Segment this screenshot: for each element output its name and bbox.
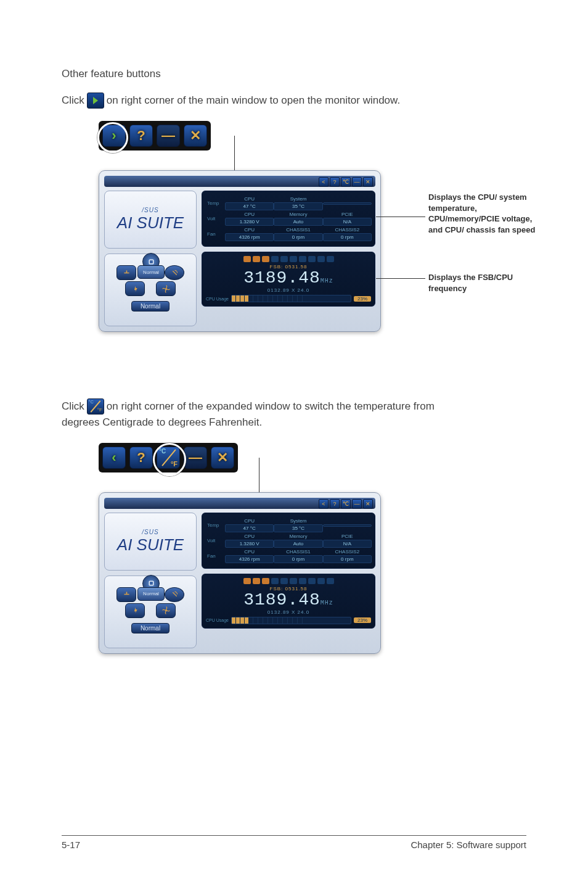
stat-head: CHASSIS2	[335, 549, 360, 555]
stat-value: 1.3280 V	[225, 218, 274, 226]
mode-center-button[interactable]: Normal	[137, 265, 165, 279]
tune-right-button[interactable]	[165, 265, 184, 280]
stat-value: N/A	[323, 218, 372, 226]
stat-head: CHASSIS2	[335, 227, 360, 233]
frequency-panel: FSB: 0531.58 3189.48MHz 0132.89 X 24.0 C…	[202, 252, 375, 307]
figure-2: ‹ ? °C°F — ✕ < ? ℃ — ✕	[99, 443, 526, 677]
cpu-frequency: 3189.48MHz	[206, 270, 371, 287]
mini-toolbar: < ? ℃ — ✕	[319, 499, 373, 509]
paragraph-2: Click °C °F on right corner of the expan…	[62, 398, 526, 415]
stat-head: PCIE	[341, 212, 353, 217]
titlebar: < ? ℃ — ✕	[104, 176, 375, 187]
stat-value: 0 rpm	[274, 233, 322, 241]
stat-head: CPU	[244, 518, 255, 524]
stat-head: CHASSIS1	[286, 549, 311, 555]
cpu-usage-percent: 23%	[354, 296, 371, 302]
callout-stats: Displays the CPU/ system temperature, CP…	[428, 192, 545, 235]
fan-button[interactable]	[156, 603, 176, 618]
stat-head: CPU	[244, 196, 255, 202]
tune-right-button[interactable]	[165, 587, 184, 602]
ai-suite-window: < ? ℃ — ✕ /SUS AI SUITE	[99, 170, 381, 332]
text: Click	[62, 398, 84, 415]
tune-left-button[interactable]	[116, 265, 136, 280]
help-button[interactable]: ?	[129, 125, 153, 147]
mode-label: Normal	[131, 623, 169, 633]
svg-rect-4	[150, 582, 153, 585]
stats-panel: Temp CPU47 °C System35 °C Volt CPU1.3280…	[202, 513, 375, 569]
mini-close-button[interactable]: ✕	[363, 177, 373, 187]
mini-help-button[interactable]: ?	[330, 499, 340, 509]
collapse-button[interactable]: ‹	[102, 447, 126, 469]
page-footer: 5-17 Chapter 5: Software support	[62, 835, 526, 850]
mini-back-button[interactable]: <	[319, 499, 329, 509]
stat-head: System	[290, 196, 307, 202]
svg-rect-1	[150, 260, 153, 263]
stat-value: 47 °C	[225, 202, 274, 210]
row-label: Volt	[207, 216, 223, 221]
stat-value: 4326 rpm	[225, 233, 274, 241]
logo-panel: /SUS AI SUITE	[104, 513, 197, 571]
mini-min-button[interactable]: —	[352, 499, 362, 509]
cpu-usage-percent: 23%	[354, 617, 371, 623]
text: Click	[62, 93, 84, 109]
minimize-button[interactable]: —	[157, 125, 180, 147]
cpu-frequency: 3189.48MHz	[206, 592, 371, 609]
stats-panel: Temp CPU47 °C System35 °C Volt CPU1.3280…	[202, 191, 375, 247]
stats-row-fan: Fan CPU4326 rpm CHASSIS10 rpm CHASSIS20 …	[207, 549, 370, 563]
control-panel: Normal Normal	[104, 254, 197, 326]
stat-head: Memory	[290, 212, 308, 217]
temperature-toggle-icon: °C °F	[87, 398, 104, 415]
multiplier-value: 0132.89 X 24.0	[206, 287, 371, 293]
titlebar: < ? ℃ — ✕	[104, 498, 375, 509]
help-button[interactable]: ?	[129, 447, 153, 469]
close-button[interactable]: ✕	[184, 125, 207, 147]
stat-value: Auto	[274, 218, 322, 226]
callout-frequency: Displays the FSB/CPU frequency	[428, 272, 545, 294]
brand-text: /SUS	[142, 207, 158, 213]
brand-text: /SUS	[142, 529, 158, 535]
mini-min-button[interactable]: —	[352, 177, 362, 187]
mini-help-button[interactable]: ?	[330, 177, 340, 187]
stat-value: 1.3280 V	[225, 540, 274, 548]
mini-cf-button[interactable]: ℃	[341, 499, 351, 509]
svg-point-5	[165, 609, 166, 611]
stat-head: CPU	[244, 227, 255, 233]
stats-row-volt: Volt CPU1.3280 V MemoryAuto PCIEN/A	[207, 534, 370, 548]
leader-line	[234, 136, 235, 174]
fan-button[interactable]	[156, 281, 176, 296]
multiplier-value: 0132.89 X 24.0	[206, 609, 371, 615]
mini-back-button[interactable]: <	[319, 177, 329, 187]
power-button[interactable]	[125, 603, 145, 618]
stat-head: PCIE	[341, 534, 353, 539]
stat-head: CPU	[244, 534, 255, 539]
tick-meter	[206, 256, 371, 262]
cpu-usage-bar	[231, 617, 351, 624]
highlight-circle	[97, 122, 128, 153]
mode-label: Normal	[131, 301, 169, 311]
stat-value: N/A	[323, 540, 372, 548]
power-button[interactable]	[125, 281, 145, 296]
row-label: Fan	[207, 231, 223, 237]
stat-head: Memory	[290, 534, 308, 539]
stat-head: CPU	[244, 549, 255, 555]
mini-cf-button[interactable]: ℃	[341, 177, 351, 187]
mode-center-button[interactable]: Normal	[137, 587, 165, 601]
section-title: Other feature buttons	[62, 68, 526, 80]
row-label: Temp	[207, 200, 223, 206]
tune-left-button[interactable]	[116, 587, 136, 602]
text: on right corner of the expanded window t…	[107, 398, 435, 415]
product-text: AI SUITE	[117, 535, 184, 555]
control-panel: Normal Normal	[104, 576, 197, 648]
row-label: Fan	[207, 553, 223, 559]
stats-row-fan: Fan CPU4326 rpm CHASSIS10 rpm CHASSIS20 …	[207, 227, 370, 241]
stats-row-temp: Temp CPU47 °C System35 °C	[207, 196, 370, 210]
paragraph-2-cont: degrees Centigrade to degrees Fahrenheit…	[62, 415, 526, 431]
stats-row-volt: Volt CPU1.3280 V MemoryAuto PCIEN/A	[207, 212, 370, 226]
close-button[interactable]: ✕	[211, 447, 234, 469]
callout-line	[376, 217, 425, 217]
text: degrees Centigrade to degrees Fahrenheit…	[62, 415, 262, 431]
mini-close-button[interactable]: ✕	[363, 499, 373, 509]
minimize-button[interactable]: —	[184, 447, 207, 469]
product-text: AI SUITE	[117, 213, 184, 233]
leader-line	[259, 458, 259, 496]
